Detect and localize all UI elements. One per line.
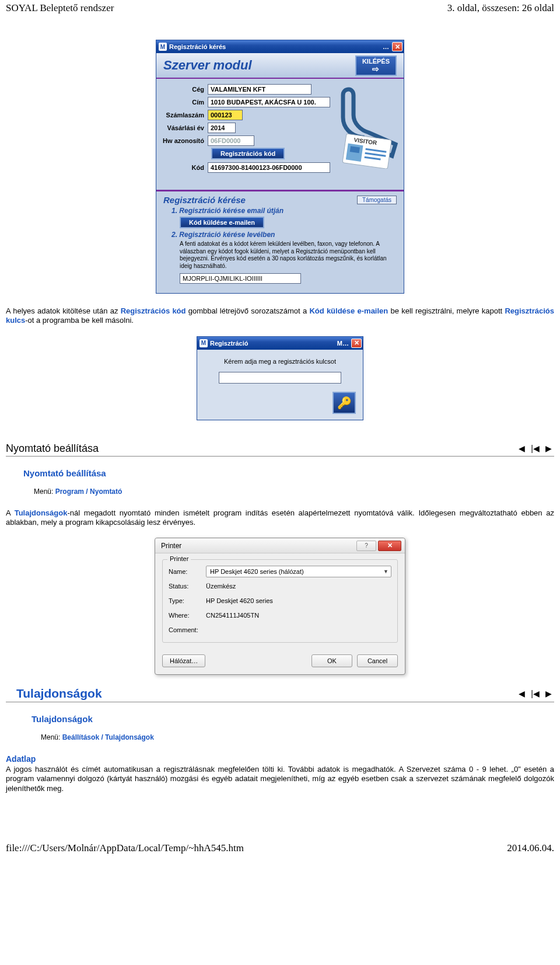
ok-button[interactable]: OK — [312, 654, 352, 667]
request-code-input[interactable]: MJORPLII-QJMILIKL-IOIIIIII — [180, 273, 301, 284]
printer-status-label: Status: — [169, 583, 206, 590]
key-titlebar: M Regisztráció M… ✕ — [197, 337, 363, 350]
section-title-printer: Nyomtató beállítása — [6, 443, 519, 455]
printer-name-label: Name: — [169, 568, 206, 575]
menu-path-properties: Menü: Beállítások / Tulajdonságok — [41, 733, 554, 741]
request-description: A fenti adatokat és a kódot kérem leküld… — [180, 241, 397, 270]
key-icon: 🔑 — [337, 396, 352, 410]
network-button[interactable]: Hálózat… — [162, 654, 205, 667]
close-icon[interactable]: ✕ — [351, 339, 362, 348]
nav-first-icon[interactable]: |◀ — [531, 689, 540, 698]
menu-path-printer: Menü: Program / Nyomtató — [34, 487, 554, 496]
year-label: Vásárlási év — [162, 124, 208, 131]
send-code-email-button[interactable]: Kód küldése e-mailen — [180, 217, 264, 228]
printer-name-value: HP Deskjet 4620 series (hálózat) — [210, 568, 304, 575]
key-prompt-text: Kérem adja meg a regisztrációs kulcsot — [204, 358, 356, 365]
section-title-properties: Tulajdonságok — [6, 687, 519, 701]
request-section-title: Regisztráció kérése — [163, 195, 246, 205]
visitor-badge-illustration: VISITOR — [316, 87, 398, 169]
printer-comment-label: Comment: — [169, 626, 206, 633]
nav-next-icon[interactable]: ▶ — [545, 689, 552, 698]
page-footer-right: 2014.06.04. — [507, 842, 554, 854]
exit-button-label: KILÉPÉS — [362, 58, 390, 65]
paragraph-printer-description: A Tulajdonságok-nál megadott nyomtató mi… — [6, 508, 554, 528]
section-printer-settings: Nyomtató beállítása ◀ |◀ ▶ — [6, 441, 554, 457]
page-header-right: 3. oldal, összesen: 26 oldal — [447, 2, 554, 14]
address-input[interactable]: 1010 BUDAPEST, AKÁCSFA U 100. — [208, 97, 330, 107]
nav-first-icon[interactable]: |◀ — [531, 444, 540, 453]
support-button[interactable]: Támogatás — [357, 196, 397, 204]
registration-key-input[interactable] — [219, 372, 341, 384]
svg-rect-1 — [346, 144, 363, 162]
hwid-input: 06FD0000 — [208, 135, 254, 146]
submit-key-button[interactable]: 🔑 — [332, 392, 356, 414]
app-icon: M — [200, 339, 208, 347]
help-icon[interactable]: ? — [356, 541, 376, 551]
printer-name-select[interactable]: HP Deskjet 4620 series (hálózat) ▼ — [206, 566, 391, 577]
arrow-right-icon: ⇨ — [372, 65, 379, 73]
code-label: Kód — [162, 164, 208, 171]
printer-status-value: Üzemkész — [206, 583, 236, 590]
page-header-left: SOYAL Beleptető rendszer — [6, 2, 114, 14]
key-window-title: Regisztráció — [210, 340, 248, 347]
app-icon: M — [159, 43, 167, 51]
titlebar-menu-icon[interactable]: … — [383, 43, 390, 50]
nav-next-icon[interactable]: ▶ — [545, 444, 552, 453]
cancel-button[interactable]: Cancel — [357, 654, 398, 667]
chevron-down-icon: ▼ — [383, 569, 388, 574]
adatlap-heading: Adatlap — [6, 754, 554, 764]
printer-dialog: Printer ? ✕ Printer Name: HP Deskjet 462… — [155, 538, 405, 675]
titlebar: M Regisztráció kérés … ✕ — [156, 40, 404, 53]
registration-key-window: M Regisztráció M… ✕ Kérem adja meg a reg… — [197, 336, 363, 420]
year-input[interactable]: 2014 — [208, 123, 236, 133]
nav-prev-icon[interactable]: ◀ — [519, 689, 525, 698]
code-input[interactable]: 41697300-81400123-06FD0000 — [208, 162, 330, 173]
printer-dialog-title: Printer — [161, 542, 355, 550]
key-window-title-right: M… — [337, 340, 349, 347]
section-properties: Tulajdonságok ◀ |◀ ▶ — [6, 685, 554, 702]
window-title: Regisztráció kérés — [169, 43, 226, 50]
nav-prev-icon[interactable]: ◀ — [519, 444, 525, 453]
exit-button[interactable]: KILÉPÉS ⇨ — [355, 55, 397, 76]
printer-group-label: Printer — [167, 555, 191, 562]
subheading-properties: Tulajdonságok — [32, 714, 554, 724]
printer-type-label: Type: — [169, 597, 206, 604]
address-label: Cím — [162, 99, 208, 106]
close-icon[interactable]: ✕ — [392, 42, 402, 51]
printer-where-label: Where: — [169, 612, 206, 619]
printer-type-value: HP Deskjet 4620 series — [206, 597, 273, 604]
invoice-label: Számlaszám — [162, 112, 208, 119]
page-footer-left: file:///C:/Users/Molnár/AppData/Local/Te… — [6, 842, 244, 854]
close-icon[interactable]: ✕ — [378, 541, 401, 551]
printer-where-value: CN254111J405TN — [206, 612, 259, 619]
paragraph-registration-instructions: A helyes adatok kitöltése után az Regisz… — [6, 306, 554, 326]
request-step-1: 1. Regisztráció kérése email útján — [172, 207, 397, 215]
request-step-2: 2. Regisztráció kérése levélben — [172, 231, 397, 239]
company-input[interactable]: VALAMILYEN KFT — [208, 84, 312, 95]
adatlap-text: A jogos használót és címét automatikusan… — [6, 765, 554, 793]
module-title: Szerver modul — [163, 58, 355, 73]
registration-request-window: M Regisztráció kérés … ✕ Szerver modul K… — [156, 40, 404, 294]
registration-code-button[interactable]: Regisztrációs kód — [211, 148, 285, 159]
hwid-label: Hw azonosító — [162, 137, 208, 144]
subheading-printer: Nyomtató beállítása — [23, 468, 554, 478]
company-label: Cég — [162, 86, 208, 93]
invoice-input[interactable]: 000123 — [208, 110, 243, 120]
